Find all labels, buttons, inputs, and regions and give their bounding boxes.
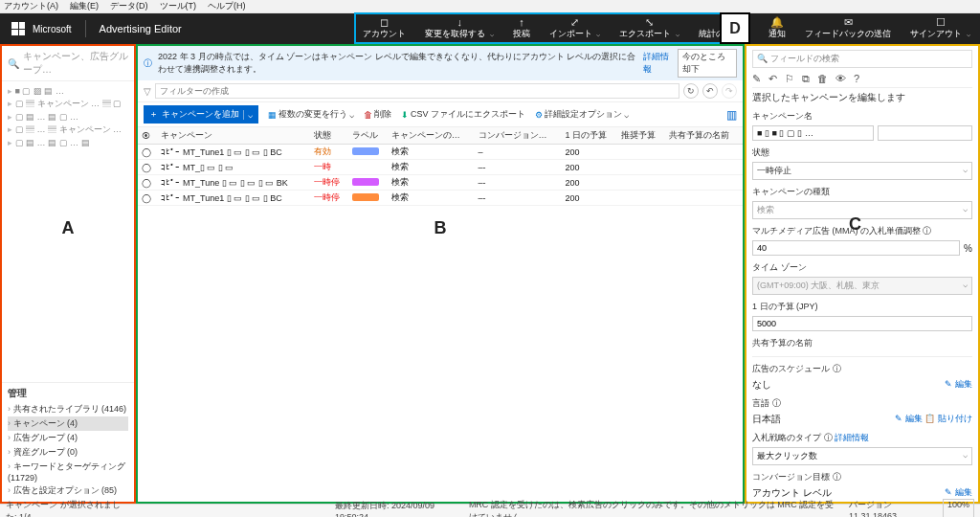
- delete-button[interactable]: 🗑 削除: [364, 108, 391, 121]
- tree-item[interactable]: ▢ ▤ キャンペーン … ▤ ▢: [8, 97, 128, 111]
- mgmt-item[interactable]: 広告グループ (4): [8, 431, 128, 445]
- redo-button[interactable]: ↷: [722, 83, 737, 99]
- top-header: Microsoft Advertising Editor ◻アカウント↓変更を取…: [0, 13, 980, 44]
- edit-title: 選択したキャンペーンを編集します: [752, 91, 972, 104]
- status-zoom[interactable]: 100%: [943, 499, 974, 518]
- nav-item[interactable]: ⤴統計の表示 ⌵: [689, 13, 760, 44]
- mgmt-item[interactable]: 資産グループ (0): [8, 445, 128, 460]
- field-search[interactable]: 🔍 フィールドの検索: [752, 50, 972, 68]
- label-campaign-type: キャンペーンの種類: [752, 186, 972, 198]
- table-row[interactable]: ◯ｺﾋﾟｰ MT_Tune1 ▯ ▭ ▯ ▭ ▯ BC一時停検索–-200: [138, 191, 743, 206]
- nav-item[interactable]: ☐サインアウト ⌵: [901, 13, 980, 44]
- schedule-edit-link[interactable]: ✎ 編集: [945, 378, 972, 391]
- bid-info-link[interactable]: 詳細情報: [835, 433, 869, 442]
- label-status: 状態: [752, 146, 972, 159]
- column-header[interactable]: ラベル: [348, 127, 388, 145]
- nav-icon: ⤡: [645, 17, 654, 28]
- column-header[interactable]: キャンペーンの…: [388, 127, 475, 145]
- info-link[interactable]: 詳細情報: [643, 51, 672, 76]
- nav-icon: 🔔: [770, 17, 784, 28]
- menu-item[interactable]: アカウント(A): [4, 0, 58, 12]
- nav-item[interactable]: ↑投稿: [503, 13, 540, 44]
- right-pane: 🔍 フィールドの検索 ✎ ↶ ⚐ ⧉ 🗑 👁 ? 選択したキャンペーンを編集しま…: [745, 44, 980, 504]
- search-icon: 🔍: [8, 58, 19, 69]
- menu-item[interactable]: 編集(E): [70, 0, 99, 12]
- label-timezone: タイム ゾーン: [752, 261, 972, 274]
- pencil-icon[interactable]: ✎: [752, 73, 761, 85]
- tree-item[interactable]: ▢ ▤ … ▤ キャンペーン …: [8, 123, 128, 137]
- center-pane: ⓘ 2022 年 3 月の時点では、タイム ゾーンはキャンペーン レベルで編集で…: [136, 44, 745, 504]
- status-version: バージョン 11.31.18463: [849, 499, 929, 518]
- add-campaign-button[interactable]: ＋ キャンペーンを追加 ⌵: [144, 105, 258, 124]
- annotation-letter-b: B: [138, 218, 743, 238]
- column-header[interactable]: 状態: [310, 127, 348, 145]
- nav-icon: ☐: [936, 17, 946, 28]
- campaign-name-display: ■ ▯ ■ ▯ ▢ ▯ …: [752, 125, 874, 141]
- refresh-button[interactable]: ↻: [683, 83, 699, 99]
- menubar: アカウント(A)編集(E)データ(D)ツール(T)ヘルプ(H): [0, 0, 980, 13]
- filter-input[interactable]: [155, 83, 679, 99]
- nav-item[interactable]: ↓変更を取得する ⌵: [415, 13, 503, 44]
- campaign-name-input[interactable]: [878, 125, 973, 141]
- label-conversion: コンバージョン目標 ⓘ: [752, 471, 972, 483]
- undo-icon[interactable]: ↶: [768, 73, 777, 85]
- column-header[interactable]: 共有予算の名前: [665, 127, 743, 145]
- timezone-dropdown: (GMT+09:00) 大阪、札幌、東京: [752, 277, 972, 295]
- mgmt-item[interactable]: 広告と設定オプション (85): [8, 483, 128, 498]
- mma-input[interactable]: [752, 240, 960, 256]
- columns-icon[interactable]: ▥: [726, 108, 737, 122]
- column-header[interactable]: ⦿: [138, 127, 157, 145]
- menu-item[interactable]: データ(D): [110, 0, 148, 12]
- undo-button[interactable]: ↶: [702, 83, 718, 99]
- flag-icon[interactable]: ⚐: [785, 73, 794, 85]
- menu-item[interactable]: ツール(T): [160, 0, 197, 12]
- label-language: 言語 ⓘ: [752, 397, 972, 410]
- left-search[interactable]: 🔍 キャンペーン、広告グループ…: [2, 46, 134, 81]
- tree-item[interactable]: ▢ ▤ … ▤ ▢ …: [8, 111, 128, 123]
- column-header[interactable]: 1 日の予算: [562, 127, 618, 145]
- mgmt-item[interactable]: キャンペーン (4): [8, 416, 128, 431]
- language-edit-link[interactable]: ✎ 編集 📋 貼り付け: [895, 413, 972, 425]
- budget-input[interactable]: [752, 316, 972, 331]
- nav-item[interactable]: ✉フィードバックの送信: [795, 13, 901, 44]
- filter-icon: ▽: [144, 86, 151, 97]
- table-row[interactable]: ◯ｺﾋﾟｰ MT_▯ ▭ ▯ ▭一時検索–-200: [138, 160, 743, 175]
- multi-edit-button[interactable]: ▦ 複数の変更を行う ⌵: [268, 108, 354, 121]
- export-csv-button[interactable]: ⬇ CSV ファイルにエクスポート: [401, 108, 525, 121]
- help-icon[interactable]: ?: [854, 73, 859, 85]
- column-header[interactable]: コンバージョン…: [475, 127, 562, 145]
- nav-icon: ⤢: [570, 17, 579, 28]
- bid-strategy-dropdown[interactable]: 最大クリック数: [752, 447, 972, 465]
- status-bar: キャンペーン が選択されました: 1/4 最終更新日時: 2024/09/09 …: [0, 504, 980, 517]
- column-header[interactable]: 推奨予算: [617, 127, 665, 145]
- annotation-letter-c: C: [849, 214, 861, 235]
- table-row[interactable]: ◯ｺﾋﾟｰ MT_Tune1 ▯ ▭ ▯ ▭ ▯ BC有効検索–200: [138, 145, 743, 160]
- status-dropdown[interactable]: 一時停止: [752, 162, 972, 180]
- campaign-tree[interactable]: ■ ▢ ▨ ▤ …▢ ▤ キャンペーン … ▤ ▢▢ ▤ … ▤ ▢ …▢ ▤ …: [2, 81, 134, 152]
- trash-icon[interactable]: 🗑: [817, 73, 828, 85]
- campaign-type-dropdown[interactable]: 検索: [752, 201, 972, 219]
- label-bid-strategy: 入札戦略のタイプ ⓘ 詳細情報: [752, 432, 972, 444]
- table-row[interactable]: ◯ｺﾋﾟｰ MT_Tune ▯ ▭ ▯ ▭ ▯ ▭ BK一時停検索–-200: [138, 175, 743, 191]
- info-dismiss-button[interactable]: 今のところ却下: [678, 49, 737, 78]
- annotation-letter-a: A: [2, 218, 134, 238]
- mgmt-item[interactable]: 共有されたライブラリ (4146): [8, 402, 128, 416]
- filter-row: ▽ ↻ ↶ ↷: [138, 80, 743, 102]
- nav-item[interactable]: ⤢インポート ⌵: [540, 13, 611, 44]
- grid-body: ◯ｺﾋﾟｰ MT_Tune1 ▯ ▭ ▯ ▭ ▯ BC有効検索–200◯ｺﾋﾟｰ…: [138, 145, 743, 206]
- info-text: 2022 年 3 月の時点では、タイム ゾーンはキャンペーン レベルで編集できな…: [158, 51, 637, 76]
- menu-item[interactable]: ヘルプ(H): [208, 0, 246, 12]
- copy-icon[interactable]: ⧉: [802, 73, 810, 85]
- conv-edit-link[interactable]: ✎ 編集: [945, 486, 972, 499]
- mgmt-item[interactable]: キーワードとターゲティング (11729): [8, 460, 128, 483]
- nav-item[interactable]: ⤡エクスポート ⌵: [610, 13, 689, 44]
- tree-item[interactable]: ▢ ▤ … ▤ ▢ … ▤: [8, 137, 128, 148]
- nav-item[interactable]: ◻アカウント: [353, 13, 415, 44]
- tree-item[interactable]: ■ ▢ ▨ ▤ …: [8, 85, 128, 97]
- nav-item[interactable]: 🔔通知: [759, 13, 795, 44]
- detail-options-button[interactable]: ⚙ 詳細設定オプション ⌵: [535, 108, 629, 121]
- label-mma: マルチメディア広告 (MMA) の入札単価調整 ⓘ: [752, 225, 972, 237]
- column-header[interactable]: キャンペーン: [157, 127, 309, 145]
- preview-icon[interactable]: 👁: [835, 73, 846, 85]
- campaign-grid[interactable]: ⦿キャンペーン状態ラベルキャンペーンの…コンバージョン…1 日の予算推奨予算共有…: [138, 127, 743, 502]
